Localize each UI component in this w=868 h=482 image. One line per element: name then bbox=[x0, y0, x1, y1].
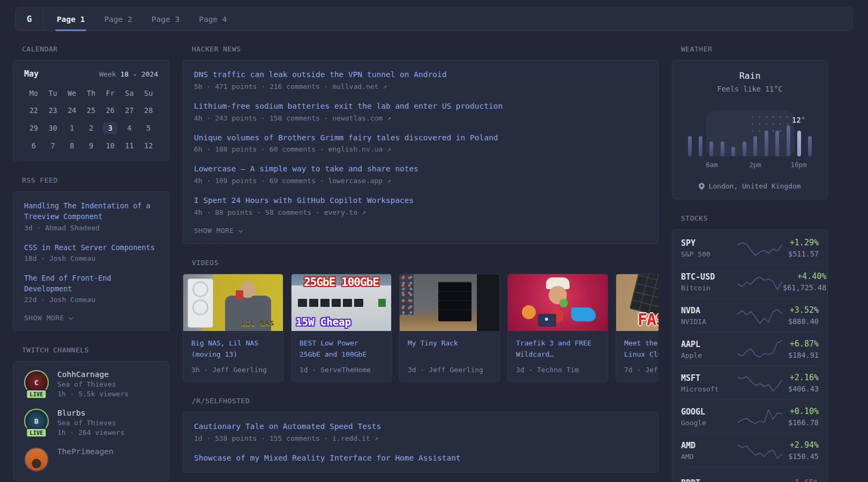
hn-show-more-button[interactable]: SHOW MORE bbox=[194, 227, 647, 235]
video-meta: 3d · Techno Tim bbox=[516, 366, 600, 374]
stock-sparkline bbox=[737, 372, 783, 394]
stock-row[interactable]: RDDT -1.65% bbox=[681, 467, 819, 482]
stock-price: $511.57 bbox=[783, 250, 819, 258]
reddit-item-link[interactable]: Cautionary Tale on Automated Speed Tests bbox=[194, 421, 647, 433]
weather-bars bbox=[685, 104, 815, 156]
docker-whale-graphic bbox=[571, 307, 596, 321]
stock-symbol: MSFT bbox=[681, 373, 737, 383]
stock-change: -1.65% bbox=[783, 478, 819, 482]
calendar-day-cell: 2 bbox=[81, 122, 101, 134]
weather-feels-like: Feels like 11°C bbox=[681, 85, 819, 93]
hn-item: DNS traffic can leak outside the VPN tun… bbox=[194, 69, 647, 91]
stock-price: $184.91 bbox=[783, 351, 819, 359]
stock-row[interactable]: MSFTMicrosoft +2.16%$406.43 bbox=[681, 366, 819, 400]
calendar-day-name: Tu bbox=[43, 87, 63, 99]
reddit-item-meta: 1d · 538 points · 155 comments · i.redd.… bbox=[194, 434, 647, 442]
app-logo[interactable]: G bbox=[16, 7, 43, 31]
stock-row[interactable]: AAPLApple +6.87%$184.91 bbox=[681, 332, 819, 366]
calendar-day-cell: 29 bbox=[24, 122, 43, 134]
stock-name: NVIDIA bbox=[681, 318, 737, 326]
weather-header: WEATHER bbox=[681, 45, 828, 53]
video-title[interactable]: My Tiny Rack bbox=[408, 337, 491, 360]
hn-item-link[interactable]: Unique volumes of Brothers Grimm fairy t… bbox=[194, 132, 647, 144]
calendar-day-name: Sa bbox=[120, 87, 139, 99]
weather-bar bbox=[765, 131, 768, 156]
stock-row[interactable]: BTC-USDBitcoin +4.40%$61,725.48 bbox=[681, 265, 819, 298]
rss-header: RSS FEED bbox=[22, 176, 169, 184]
video-title[interactable]: BEST Low Power 25GbE and 100GbE Switch… bbox=[300, 337, 383, 360]
hn-item-link[interactable]: Lithium-free sodium batteries exit the l… bbox=[194, 101, 647, 112]
stock-row[interactable]: AMDAMD +2.94%$150.45 bbox=[681, 433, 819, 467]
hacker-news-header: HACKER NEWS bbox=[192, 45, 659, 53]
stock-price: $61,725.48 bbox=[783, 283, 826, 292]
stock-name: Apple bbox=[681, 351, 737, 359]
linux-board-thumbnail: FAS bbox=[616, 274, 659, 331]
twitch-channel-game: Sea of Thieves bbox=[57, 419, 124, 427]
rss-item-link[interactable]: CSS in React Server Components bbox=[24, 242, 158, 253]
rss-item-link[interactable]: The End of Front-End Development bbox=[24, 273, 158, 295]
hn-item-link[interactable]: Lowercase – A simple way to take and sha… bbox=[194, 163, 647, 175]
twitch-widget: C LIVE CohhCarnage Sea of Thieves 1h · 5… bbox=[13, 361, 169, 481]
twitch-channel-row[interactable]: B LIVE Blurbs Sea of Thieves 1h · 264 vi… bbox=[24, 409, 158, 436]
weather-bar bbox=[797, 131, 801, 156]
stock-row[interactable]: GOOGLGoogle +0.10%$166.78 bbox=[681, 400, 819, 433]
video-card[interactable]: 25GbE 100GbE 15W Cheap BEST Low Power 25… bbox=[291, 274, 392, 382]
tab-page-4[interactable]: Page 4 bbox=[197, 7, 228, 31]
tab-page-1[interactable]: Page 1 bbox=[55, 7, 86, 31]
network-switch-thumbnail: 25GbE 100GbE 15W Cheap bbox=[291, 274, 391, 331]
video-card[interactable]: FAS Meet the Linux Clu 7d · Jeff bbox=[616, 274, 659, 382]
calendar-day-cell: 9 bbox=[81, 139, 101, 152]
reddit-item: Cautionary Tale on Automated Speed Tests… bbox=[194, 421, 647, 442]
calendar-month: May bbox=[24, 69, 39, 79]
stock-symbol: AMD bbox=[681, 441, 737, 450]
weather-bar bbox=[808, 136, 812, 156]
stock-row[interactable]: SPYS&P 500 +1.29%$511.57 bbox=[681, 231, 819, 265]
rss-show-more-button[interactable]: SHOW MORE bbox=[24, 314, 158, 322]
stock-name: Bitcoin bbox=[681, 284, 737, 292]
twitch-channel-row[interactable]: C LIVE CohhCarnage Sea of Thieves 1h · 5… bbox=[24, 370, 158, 398]
stock-price: $166.78 bbox=[783, 418, 819, 427]
weather-location: London, United Kingdom bbox=[681, 182, 819, 190]
video-title[interactable]: Meet the Linux Clu bbox=[624, 337, 659, 360]
hn-item-meta: 6h · 188 points · 60 comments · english.… bbox=[194, 145, 647, 153]
calendar-day-cell: 5 bbox=[139, 122, 158, 134]
tab-page-3[interactable]: Page 3 bbox=[150, 7, 181, 31]
rss-item-link[interactable]: Handling The Indentation of a Treeview C… bbox=[24, 200, 158, 222]
video-title[interactable]: Traefik 3 and FREE Wildcard… bbox=[516, 337, 600, 360]
hn-item-link[interactable]: I Spent 24 Hours with GitHub Copilot Wor… bbox=[194, 195, 647, 207]
hn-item-link[interactable]: DNS traffic can leak outside the VPN tun… bbox=[194, 69, 647, 81]
video-title[interactable]: Big NAS, Lil NAS (moving 13) bbox=[191, 337, 275, 360]
rss-item: The End of Front-End Development 22d · J… bbox=[24, 273, 158, 304]
calendar-today-cell: 3 bbox=[101, 122, 120, 134]
calendar-day-cell: 12 bbox=[139, 139, 158, 152]
stock-change: +4.40% bbox=[783, 272, 826, 281]
rss-item-meta: 3d · Ahmad Shadeed bbox=[24, 224, 158, 232]
stock-price: $150.45 bbox=[783, 452, 819, 461]
stock-price: $888.40 bbox=[783, 317, 819, 326]
big-nas-thumbnail: LIL NAS bbox=[183, 274, 283, 331]
pc-case-graphic bbox=[188, 278, 213, 328]
video-card[interactable]: Traefik 3 and FREE Wildcard… 3d · Techno… bbox=[507, 274, 608, 382]
video-card[interactable]: LIL NAS Big NAS, Lil NAS (moving 13) 3h … bbox=[183, 274, 283, 382]
stocks-header: STOCKS bbox=[681, 214, 828, 222]
rss-item-meta: 18d · Josh Comeau bbox=[24, 254, 158, 262]
reddit-item: Showcase of my Mixed Reality Interface f… bbox=[194, 453, 647, 464]
video-card[interactable]: My Tiny Rack 3d · Jeff Geerling bbox=[399, 274, 500, 382]
tab-page-2[interactable]: Page 2 bbox=[102, 7, 133, 31]
twitch-channel-row[interactable]: ThePrimeagen bbox=[24, 447, 158, 472]
rss-widget: Handling The Indentation of a Treeview C… bbox=[13, 191, 169, 331]
calendar-day-name: Mo bbox=[24, 87, 43, 99]
left-column: CALENDAR May Week 18 2024 MoTuWeThFrSaSu… bbox=[13, 45, 169, 482]
calendar-day-cell: 28 bbox=[139, 104, 158, 117]
hn-item-meta: 5h · 471 points · 216 comments · mullvad… bbox=[194, 82, 647, 91]
reddit-item-link[interactable]: Showcase of my Mixed Reality Interface f… bbox=[194, 453, 647, 464]
thumbnail-caption: 15W Cheap bbox=[296, 316, 351, 328]
chevron-down-icon bbox=[69, 315, 73, 320]
video-meta: 3d · Jeff Geerling bbox=[408, 366, 491, 374]
weather-bar bbox=[721, 141, 724, 156]
stock-name: Microsoft bbox=[681, 385, 737, 393]
weather-bar bbox=[743, 141, 746, 156]
tiny-rack-thumbnail bbox=[400, 274, 499, 331]
stock-row[interactable]: NVDANVIDIA +3.52%$888.40 bbox=[681, 298, 819, 332]
stock-symbol: GOOGL bbox=[681, 407, 737, 417]
